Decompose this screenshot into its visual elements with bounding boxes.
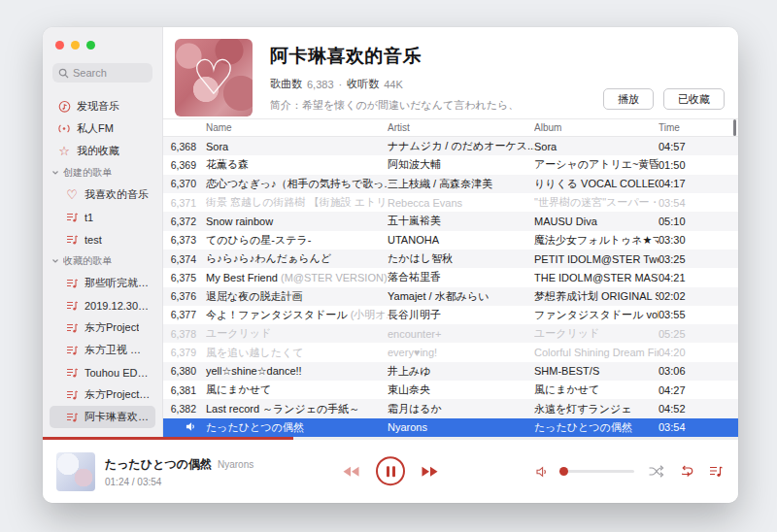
now-playing-artist: Nyarons <box>218 459 253 470</box>
sidebar-item-playlist[interactable]: 那些听完就忘不... <box>50 272 155 294</box>
track-number: 6,378 <box>171 328 196 340</box>
playlist-icon <box>65 322 79 334</box>
column-header-time[interactable]: Time <box>659 122 738 133</box>
track-number: 6,368 <box>171 141 196 152</box>
star-icon: ☆ <box>57 145 71 157</box>
track-number: 6,379 <box>171 347 196 358</box>
player-bar: たったひとつの偶然 Nyarons 01:24 / 03:54 <box>43 437 738 503</box>
song-artist: Rebecca Evans <box>388 197 534 209</box>
column-header-name[interactable]: Name <box>206 122 388 133</box>
sidebar-item-playlist[interactable]: 东方Project [... <box>50 383 155 406</box>
sidebar-item-playlist[interactable]: 东方Project <box>50 316 155 339</box>
song-time: 03:55 <box>659 309 738 320</box>
minimize-button[interactable] <box>71 41 80 50</box>
track-number: 6,373 <box>171 234 196 246</box>
table-row[interactable]: 6,376 退屈な夜の脱走計画 Yamajet / 水都みらい <box>163 287 738 306</box>
column-header-album[interactable]: Album <box>534 122 659 133</box>
table-row[interactable]: 6,371 街景 窓越しの街路樹 【街施設 エトリ... Rebecca Eva… <box>163 193 738 212</box>
song-album: 梦想养成计划 ORIGINAL SOU... <box>534 289 659 304</box>
playback-controls <box>343 456 438 485</box>
sidebar-item-playlist[interactable]: t1 <box>50 206 155 228</box>
scrollbar-thumb[interactable] <box>733 119 736 136</box>
sidebar-item-playlist[interactable]: 东方卫视 我们... <box>50 339 155 361</box>
table-row[interactable]: 6,375 My Best Friend (M@STER VERSION) 落合… <box>163 268 738 286</box>
sidebar-item-label: 东方Project [... <box>84 387 152 402</box>
track-number: 6,369 <box>171 159 196 171</box>
close-button[interactable] <box>55 41 64 50</box>
track-number: 6,381 <box>171 384 196 396</box>
playlist-icon <box>65 300 79 312</box>
playlist-header: ♡ 阿卡琳喜欢的音乐 歌曲数 6,383 · 收听数 44K 简介：希望を懐くの… <box>163 27 738 118</box>
now-playing-thumbnail <box>56 452 95 491</box>
player-right-controls <box>536 465 723 478</box>
zoom-button[interactable] <box>86 41 95 50</box>
stats-separator: · <box>339 79 343 90</box>
table-row[interactable]: 6,381 風にまかせて 東山奈央 風にまかせて <box>163 381 738 399</box>
playlist-icon <box>65 345 79 356</box>
favorited-button[interactable]: 已收藏 <box>663 88 725 110</box>
song-time: 03:54 <box>659 197 738 209</box>
repeat-icon[interactable] <box>679 465 694 478</box>
track-number: 6,377 <box>171 309 196 320</box>
table-row[interactable]: 6,379 風を追い越したくて every♥ing! Co <box>163 343 738 361</box>
playlist-icon <box>65 278 79 289</box>
sidebar-item-discover[interactable]: 发现音乐 <box>50 95 155 117</box>
song-name-suffix: (小明オ... <box>351 309 388 320</box>
song-artist: 井上みゆ <box>388 364 534 379</box>
song-name: Snow rainbow <box>206 216 388 227</box>
volume-slider[interactable] <box>564 470 634 473</box>
playlist-icon <box>65 212 79 223</box>
table-row[interactable]: 6,374 ら♪ら♪ら♪わんだぁらんど たかはし智秋 PE <box>163 249 738 268</box>
sidebar-item-my-collection[interactable]: ☆ 我的收藏 <box>50 140 155 162</box>
pause-button[interactable] <box>376 456 405 485</box>
song-time: 03:30 <box>659 234 738 246</box>
table-row[interactable]: 6,369 花薫る森 阿知波大輔 アーシャのアトリエ~黄昏 <box>163 155 738 174</box>
song-album: りりくる VOCAL COLLECTIO... <box>534 177 659 191</box>
song-artist: Yamajet / 水都みらい <box>388 289 534 304</box>
volume-icon[interactable] <box>536 466 550 478</box>
song-progress-bar[interactable] <box>43 437 738 440</box>
table-row[interactable]: 6,370 恋心つなぎっ♪（相手の気持ちで歌っ... 三上枝織 / 高森奈津美 <box>163 175 738 193</box>
song-name: ら♪ら♪ら♪わんだぁらんど <box>206 251 388 266</box>
sidebar-item-playlist[interactable]: test <box>50 228 155 250</box>
song-artist: 長谷川明子 <box>388 308 534 322</box>
table-row[interactable]: たったひとつの偶然 Nyarons たったひとつの偶然 03:54 <box>163 418 738 437</box>
sidebar-item-playlist[interactable]: 2019.12.30 c97... <box>50 294 155 316</box>
next-track-button[interactable] <box>422 466 438 477</box>
table-row[interactable]: 6,377 今よ！ファンタジスタドール (小明オ... 長谷川明子 <box>163 306 738 324</box>
desktop-background: Search 发现音乐 <box>0 0 777 532</box>
sidebar-item-liked-music[interactable]: ♡ 我喜欢的音乐 <box>50 183 155 206</box>
column-header-artist[interactable]: Artist <box>388 122 534 133</box>
playlist-icon <box>65 234 79 246</box>
listens-count-label: 收听数 <box>347 77 379 91</box>
sidebar-section-created[interactable]: 创建的歌单 <box>50 162 155 183</box>
song-table: 6,368 Sora ナナムジカ / のだめオーケス... <box>163 137 738 437</box>
table-row[interactable]: 6,368 Sora ナナムジカ / のだめオーケス... <box>163 137 738 155</box>
header-buttons: 播放 已收藏 <box>603 88 725 110</box>
volume-knob[interactable] <box>559 467 568 476</box>
table-row[interactable]: 6,373 てのひらの星-ステラ- UTANOHA 魔法少 <box>163 231 738 249</box>
table-row[interactable]: 6,378 ユークリッド encounter+ ユークリッ <box>163 324 738 343</box>
play-button[interactable]: 播放 <box>603 88 654 110</box>
song-name: 風を追い越したくて <box>206 346 388 360</box>
song-name-suffix: (M@STER VERSION) <box>281 272 388 283</box>
sidebar-item-playlist[interactable]: 阿卡琳喜欢的音乐 <box>50 406 155 428</box>
table-row[interactable]: 6,380 yell☆shine☆dance!! 井上みゆ <box>163 362 738 381</box>
playlist-meta: 阿卡琳喜欢的音乐 歌曲数 6,383 · 收听数 44K 简介：希望を懐くのが間… <box>270 39 519 118</box>
chevron-down-icon <box>51 169 59 177</box>
songs-count-value: 6,383 <box>307 79 334 90</box>
sidebar-section-favorited[interactable]: 收藏的歌单 <box>50 250 155 272</box>
sidebar-item-personal-fm[interactable]: 私人FM <box>50 117 155 140</box>
discover-music-icon <box>57 100 71 113</box>
play-queue-icon[interactable] <box>709 465 723 478</box>
song-name: たったひとつの偶然 <box>206 420 388 435</box>
table-row[interactable]: 6,372 Snow rainbow 五十嵐裕美 MAUS <box>163 212 738 230</box>
table-row[interactable]: 6,382 Last record ～ランジェの手紙～ 霜月はるか <box>163 399 738 417</box>
sidebar-item-playlist[interactable]: Touhou EDM | ... <box>50 361 155 383</box>
playlist-icon <box>65 412 79 423</box>
shuffle-icon[interactable] <box>649 465 664 478</box>
playlist-title: 阿卡琳喜欢的音乐 <box>270 44 519 69</box>
previous-track-button[interactable] <box>343 466 359 477</box>
search-input[interactable]: Search <box>52 63 152 83</box>
fm-broadcast-icon <box>57 123 71 134</box>
